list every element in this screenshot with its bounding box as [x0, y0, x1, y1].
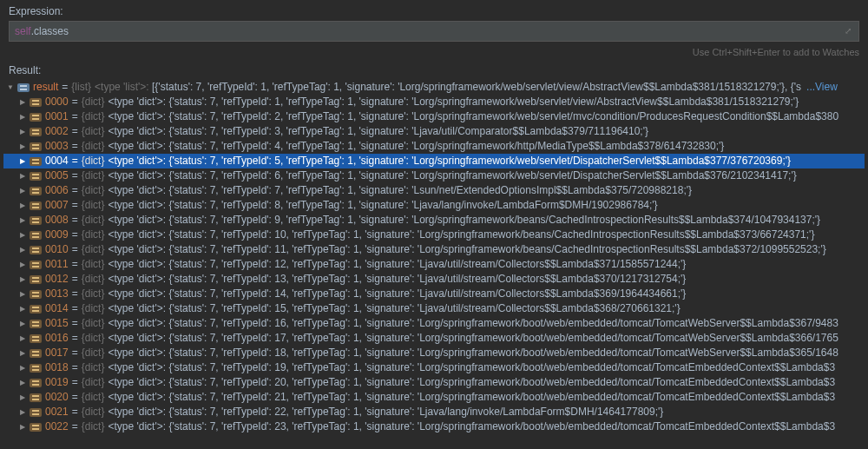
tree-row[interactable]: 0021={dict}<type 'dict'>: {'status': 7, …: [3, 405, 865, 419]
dict-icon: [30, 303, 42, 315]
item-value: <type 'dict'>: {'status': 7, 'refTypeId'…: [108, 213, 820, 228]
item-index: 0004: [45, 154, 69, 168]
dict-icon: [30, 347, 42, 360]
dict-icon: [30, 259, 42, 271]
svg-rect-64: [32, 395, 39, 397]
tree-row[interactable]: 0013={dict}<type 'dict'>: {'status': 7, …: [3, 287, 865, 301]
tree-row[interactable]: 0010={dict}<type 'dict'>: {'status': 7, …: [3, 242, 865, 257]
eq: =: [72, 139, 78, 154]
svg-rect-33: [30, 246, 42, 254]
tree-row[interactable]: 0015={dict}<type 'dict'>: {'status': 7, …: [3, 316, 865, 331]
item-type: {dict}: [82, 228, 105, 242]
item-type: {dict}: [82, 242, 105, 257]
chevron-right-icon[interactable]: [17, 213, 28, 228]
tree-row[interactable]: 0001={dict}<type 'dict'>: {'status': 7, …: [3, 109, 865, 124]
chevron-right-icon[interactable]: [17, 257, 28, 272]
chevron-down-icon[interactable]: [5, 80, 16, 95]
chevron-right-icon[interactable]: [17, 168, 28, 183]
tree-row[interactable]: 0018={dict}<type 'dict'>: {'status': 7, …: [3, 360, 865, 375]
tree-row[interactable]: 0012={dict}<type 'dict'>: {'status': 7, …: [3, 272, 865, 287]
item-value: <type 'dict'>: {'status': 7, 'refTypeId'…: [108, 287, 686, 301]
chevron-right-icon[interactable]: [17, 346, 28, 360]
chevron-right-icon[interactable]: [17, 331, 28, 346]
tree-row[interactable]: 0007={dict}<type 'dict'>: {'status': 7, …: [3, 198, 865, 213]
svg-rect-60: [30, 379, 42, 387]
chevron-right-icon[interactable]: [17, 109, 28, 124]
item-value: <type 'dict'>: {'status': 7, 'refTypeId'…: [108, 168, 796, 183]
dict-icon: [30, 185, 42, 197]
tree-row[interactable]: 0000={dict}<type 'dict'>: {'status': 7, …: [3, 95, 865, 109]
chevron-right-icon[interactable]: [17, 419, 28, 434]
chevron-right-icon[interactable]: [17, 95, 28, 109]
tree-row[interactable]: 0016={dict}<type 'dict'>: {'status': 7, …: [3, 331, 865, 346]
tree-row[interactable]: 0014={dict}<type 'dict'>: {'status': 7, …: [3, 301, 865, 316]
chevron-right-icon[interactable]: [17, 154, 28, 168]
result-root-row[interactable]: result = {list} <type 'list'>: [{'status…: [3, 80, 865, 95]
dict-icon: [30, 333, 42, 345]
chevron-right-icon[interactable]: [17, 242, 28, 257]
expression-input[interactable]: self.classes ⤢: [9, 21, 859, 42]
item-value: <type 'dict'>: {'status': 7, 'refTypeId'…: [108, 346, 838, 360]
chevron-right-icon[interactable]: [17, 228, 28, 242]
result-name: result: [33, 80, 58, 95]
item-value: <type 'dict'>: {'status': 7, 'refTypeId'…: [108, 183, 692, 198]
eq: =: [72, 168, 78, 183]
item-value: <type 'dict'>: {'status': 7, 'refTypeId'…: [108, 331, 838, 346]
svg-rect-21: [30, 187, 42, 195]
eq: =: [72, 257, 78, 272]
svg-rect-22: [32, 188, 39, 190]
item-type: {dict}: [82, 375, 105, 390]
svg-rect-25: [32, 203, 39, 205]
chevron-right-icon[interactable]: [17, 301, 28, 316]
item-value: <type 'dict'>: {'status': 7, 'refTypeId'…: [108, 242, 825, 257]
tree-row[interactable]: 0005={dict}<type 'dict'>: {'status': 7, …: [3, 168, 865, 183]
svg-rect-4: [32, 100, 39, 102]
svg-rect-52: [32, 336, 39, 338]
chevron-right-icon[interactable]: [17, 287, 28, 301]
item-value: <type 'dict'>: {'status': 7, 'refTypeId'…: [108, 109, 838, 124]
chevron-right-icon[interactable]: [17, 272, 28, 287]
list-icon: [17, 82, 30, 94]
tree-row[interactable]: 0004={dict}<type 'dict'>: {'status': 7, …: [3, 154, 865, 168]
dict-icon: [30, 200, 42, 212]
tree-row[interactable]: 0008={dict}<type 'dict'>: {'status': 7, …: [3, 213, 865, 228]
svg-rect-49: [32, 321, 39, 323]
eq: =: [72, 419, 78, 434]
view-link[interactable]: ...View: [806, 80, 838, 95]
expand-icon[interactable]: ⤢: [845, 26, 852, 36]
tree-row[interactable]: 0022={dict}<type 'dict'>: {'status': 7, …: [3, 419, 865, 434]
tree-row[interactable]: 0002={dict}<type 'dict'>: {'status': 7, …: [3, 124, 865, 139]
eq: =: [62, 80, 68, 95]
item-index: 0000: [45, 95, 69, 109]
item-value: <type 'dict'>: {'status': 7, 'refTypeId'…: [108, 124, 648, 139]
svg-rect-0: [17, 83, 30, 92]
svg-rect-46: [32, 307, 39, 308]
tree-row[interactable]: 0020={dict}<type 'dict'>: {'status': 7, …: [3, 390, 865, 405]
result-label: Result:: [0, 63, 868, 80]
chevron-right-icon[interactable]: [17, 124, 28, 139]
svg-rect-28: [32, 218, 39, 220]
tree-row[interactable]: 0017={dict}<type 'dict'>: {'status': 7, …: [3, 346, 865, 360]
tree-row[interactable]: 0011={dict}<type 'dict'>: {'status': 7, …: [3, 257, 865, 272]
eq: =: [72, 154, 78, 168]
item-index: 0011: [45, 257, 69, 272]
item-index: 0014: [45, 301, 69, 316]
chevron-right-icon[interactable]: [17, 198, 28, 213]
item-index: 0008: [45, 213, 69, 228]
tree-row[interactable]: 0003={dict}<type 'dict'>: {'status': 7, …: [3, 139, 865, 154]
tree-row[interactable]: 0019={dict}<type 'dict'>: {'status': 7, …: [3, 375, 865, 390]
svg-rect-31: [32, 233, 39, 234]
chevron-right-icon[interactable]: [17, 316, 28, 331]
item-value: <type 'dict'>: {'status': 7, 'refTypeId'…: [108, 360, 835, 375]
item-value: <type 'dict'>: {'status': 7, 'refTypeId'…: [108, 154, 791, 168]
chevron-right-icon[interactable]: [17, 360, 28, 375]
chevron-right-icon[interactable]: [17, 405, 28, 419]
tree-row[interactable]: 0006={dict}<type 'dict'>: {'status': 7, …: [3, 183, 865, 198]
chevron-right-icon[interactable]: [17, 390, 28, 405]
chevron-right-icon[interactable]: [17, 375, 28, 390]
tree-row[interactable]: 0009={dict}<type 'dict'>: {'status': 7, …: [3, 228, 865, 242]
svg-rect-36: [30, 261, 42, 269]
item-type: {dict}: [82, 198, 105, 213]
chevron-right-icon[interactable]: [17, 139, 28, 154]
chevron-right-icon[interactable]: [17, 183, 28, 198]
